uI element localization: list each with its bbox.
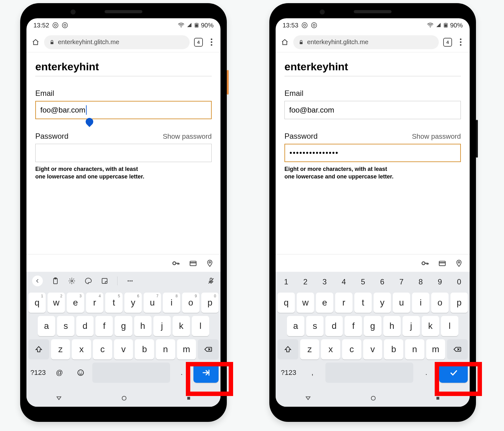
space-key[interactable] bbox=[325, 363, 414, 383]
nav-back-icon[interactable] bbox=[305, 395, 312, 402]
key-h[interactable]: h bbox=[383, 316, 401, 336]
key-j[interactable]: j bbox=[153, 316, 171, 336]
key-x[interactable]: x bbox=[72, 339, 91, 359]
key-9[interactable]: 9 bbox=[431, 274, 449, 289]
key-u[interactable]: u7 bbox=[144, 293, 161, 313]
key-c[interactable]: c bbox=[342, 339, 361, 359]
palette-icon[interactable] bbox=[84, 277, 92, 285]
key-w[interactable]: w bbox=[297, 293, 314, 313]
show-password-toggle[interactable]: Show password bbox=[163, 132, 212, 141]
key-k[interactable]: k bbox=[173, 316, 190, 336]
key-o[interactable]: o bbox=[431, 293, 449, 313]
symbols-key[interactable]: ?123 bbox=[28, 363, 48, 383]
key-h[interactable]: h bbox=[134, 316, 152, 336]
key-v[interactable]: v bbox=[363, 339, 382, 359]
key-a[interactable]: a bbox=[287, 316, 304, 336]
nav-back-icon[interactable] bbox=[55, 395, 62, 402]
key-z[interactable]: z bbox=[300, 339, 319, 359]
nav-recents-icon[interactable] bbox=[435, 395, 441, 401]
key-e[interactable]: e3 bbox=[67, 293, 84, 313]
home-icon[interactable] bbox=[32, 38, 40, 46]
key-n[interactable]: n bbox=[405, 339, 424, 359]
nav-home-icon[interactable] bbox=[370, 395, 377, 402]
key-8[interactable]: 8 bbox=[412, 274, 429, 289]
key-b[interactable]: b bbox=[384, 339, 403, 359]
address-bar[interactable]: enterkeyhint.glitch.me bbox=[293, 35, 439, 49]
key-d[interactable]: d bbox=[325, 316, 343, 336]
key-7[interactable]: 7 bbox=[393, 274, 410, 289]
key-l[interactable]: l bbox=[192, 316, 209, 336]
key-y[interactable]: y bbox=[374, 293, 391, 313]
key-q[interactable]: q1 bbox=[28, 293, 46, 313]
key-4[interactable]: 4 bbox=[335, 274, 352, 289]
period-key[interactable]: . bbox=[172, 363, 192, 383]
tab-switcher[interactable]: 4 bbox=[194, 38, 203, 47]
key-f[interactable]: f bbox=[95, 316, 113, 336]
email-input[interactable]: foo@bar.com bbox=[284, 101, 461, 119]
key-j[interactable]: j bbox=[403, 316, 420, 336]
address-bar[interactable]: enterkeyhint.glitch.me bbox=[44, 35, 190, 49]
enter-key-next[interactable] bbox=[193, 363, 219, 383]
cursor-handle[interactable] bbox=[84, 116, 95, 127]
payment-card-icon[interactable] bbox=[189, 259, 197, 267]
key-w[interactable]: w2 bbox=[48, 293, 65, 313]
password-key-icon[interactable] bbox=[421, 259, 429, 268]
key-x[interactable]: x bbox=[321, 339, 340, 359]
key-f[interactable]: f bbox=[345, 316, 362, 336]
key-5[interactable]: 5 bbox=[354, 274, 372, 289]
key-c[interactable]: c bbox=[93, 339, 112, 359]
address-pin-icon[interactable] bbox=[455, 259, 463, 267]
symbols-key[interactable]: ?123 bbox=[278, 363, 300, 383]
payment-card-icon[interactable] bbox=[438, 259, 446, 267]
password-key-icon[interactable] bbox=[171, 259, 180, 268]
key-v[interactable]: v bbox=[114, 339, 133, 359]
key-q[interactable]: q bbox=[278, 293, 295, 313]
email-input[interactable]: foo@bar.com bbox=[35, 101, 212, 119]
password-input[interactable]: ••••••••••••••• bbox=[284, 144, 461, 162]
key-t[interactable]: t bbox=[354, 293, 372, 313]
backspace-key[interactable] bbox=[447, 339, 468, 359]
key-b[interactable]: b bbox=[135, 339, 154, 359]
key-a[interactable]: a bbox=[38, 316, 55, 336]
key-s[interactable]: s bbox=[57, 316, 74, 336]
nav-home-icon[interactable] bbox=[121, 395, 128, 402]
key-0[interactable]: 0 bbox=[450, 274, 468, 289]
shift-key[interactable] bbox=[28, 339, 49, 359]
key-y[interactable]: y6 bbox=[124, 293, 142, 313]
clipboard-icon[interactable] bbox=[52, 277, 59, 285]
tab-switcher[interactable]: 4 bbox=[443, 38, 452, 47]
key-e[interactable]: e bbox=[316, 293, 333, 313]
sticker-icon[interactable] bbox=[101, 277, 108, 285]
power-button[interactable] bbox=[227, 70, 229, 95]
key-p[interactable]: p bbox=[450, 293, 468, 313]
key-n[interactable]: n bbox=[156, 339, 175, 359]
key-3[interactable]: 3 bbox=[316, 274, 333, 289]
comma-key[interactable]: , bbox=[301, 363, 324, 383]
backspace-key[interactable] bbox=[198, 339, 219, 359]
key-r[interactable]: r4 bbox=[86, 293, 103, 313]
more-icon[interactable] bbox=[126, 277, 134, 285]
password-input[interactable] bbox=[35, 144, 212, 162]
at-key[interactable]: @ bbox=[50, 363, 69, 383]
address-pin-icon[interactable] bbox=[206, 259, 214, 267]
emoji-key[interactable] bbox=[71, 363, 90, 383]
home-icon[interactable] bbox=[281, 38, 289, 46]
key-g[interactable]: g bbox=[115, 316, 132, 336]
mic-off-icon[interactable] bbox=[207, 277, 215, 285]
gear-icon[interactable] bbox=[68, 277, 76, 285]
period-key[interactable]: . bbox=[415, 363, 437, 383]
space-key[interactable] bbox=[92, 363, 170, 383]
collapse-toolbar-button[interactable] bbox=[32, 276, 43, 286]
key-i[interactable]: i bbox=[412, 293, 429, 313]
key-m[interactable]: m bbox=[426, 339, 445, 359]
key-1[interactable]: 1 bbox=[278, 274, 295, 289]
key-g[interactable]: g bbox=[364, 316, 381, 336]
key-s[interactable]: s bbox=[306, 316, 324, 336]
power-button[interactable] bbox=[476, 120, 478, 158]
key-o[interactable]: o9 bbox=[182, 293, 199, 313]
key-r[interactable]: r bbox=[335, 293, 352, 313]
key-d[interactable]: d bbox=[76, 316, 94, 336]
key-2[interactable]: 2 bbox=[297, 274, 314, 289]
key-k[interactable]: k bbox=[422, 316, 439, 336]
key-6[interactable]: 6 bbox=[374, 274, 391, 289]
